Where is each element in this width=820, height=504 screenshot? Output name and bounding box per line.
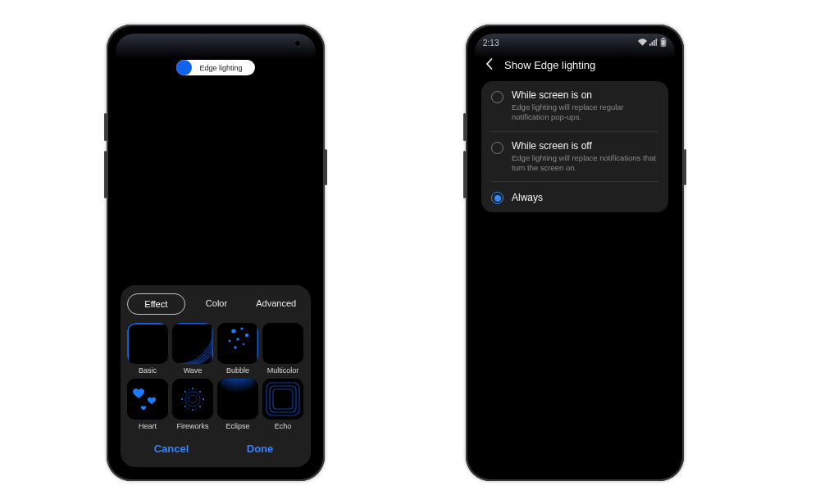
option-desc: Edge lighting will replace notifications… xyxy=(512,153,658,174)
svg-point-4 xyxy=(229,340,231,343)
option-while-screen-on[interactable]: While screen is on Edge lighting will re… xyxy=(481,81,668,131)
svg-point-5 xyxy=(243,343,244,345)
svg-point-12 xyxy=(181,398,183,400)
edge-lighting-effect-screen: Edge lighting Effect Color Advanced Basi… xyxy=(116,34,316,472)
effect-label: Eclipse xyxy=(226,422,249,430)
svg-point-0 xyxy=(231,329,235,333)
wifi-icon xyxy=(638,39,647,48)
tab-advanced[interactable]: Advanced xyxy=(248,293,304,315)
option-desc: Edge lighting will replace regular notif… xyxy=(512,102,658,123)
cancel-button[interactable]: Cancel xyxy=(127,438,216,459)
tab-color[interactable]: Color xyxy=(189,293,245,315)
svg-rect-23 xyxy=(663,38,665,39)
status-time: 2:13 xyxy=(483,39,499,48)
svg-point-1 xyxy=(240,327,243,329)
svg-point-3 xyxy=(236,338,239,341)
tabs: Effect Color Advanced xyxy=(127,293,304,315)
signal-icon xyxy=(649,39,658,48)
svg-rect-24 xyxy=(662,39,665,45)
battery-icon xyxy=(660,38,667,48)
effect-label: Basic xyxy=(139,366,157,375)
effect-eclipse[interactable]: Eclipse xyxy=(217,379,258,430)
svg-point-2 xyxy=(245,334,248,337)
toggle-dot-icon xyxy=(176,60,192,75)
status-bar: 2:13 xyxy=(475,34,675,52)
effect-heart[interactable]: Heart xyxy=(127,379,168,430)
svg-point-6 xyxy=(234,346,237,349)
action-bar: Cancel Done xyxy=(127,438,304,459)
effect-label: Multicolor xyxy=(267,366,299,375)
option-while-screen-off[interactable]: While screen is off Edge lighting will r… xyxy=(481,132,668,182)
options-card: While screen is on Edge lighting will re… xyxy=(481,81,668,212)
effect-bubble[interactable]: Bubble xyxy=(217,323,258,375)
option-title: Always xyxy=(512,192,543,203)
option-always[interactable]: Always xyxy=(481,182,668,212)
pill-label: Edge lighting xyxy=(192,64,255,72)
effect-echo[interactable]: Echo xyxy=(262,379,303,430)
edge-lighting-pill[interactable]: Edge lighting xyxy=(176,60,255,75)
front-camera-icon xyxy=(294,40,301,47)
radio-icon xyxy=(491,142,503,154)
tab-effect[interactable]: Effect xyxy=(127,293,185,315)
radio-icon xyxy=(491,192,503,204)
page-title: Show Edge lighting xyxy=(504,59,595,71)
back-button[interactable] xyxy=(483,57,496,73)
svg-point-17 xyxy=(199,406,201,407)
option-title: While screen is off xyxy=(512,140,658,152)
svg-point-14 xyxy=(184,391,186,393)
svg-point-15 xyxy=(199,391,201,393)
done-button[interactable]: Done xyxy=(216,438,304,459)
svg-point-11 xyxy=(192,409,194,411)
effect-label: Heart xyxy=(139,422,157,430)
effect-label: Echo xyxy=(275,422,292,430)
page-header: Show Edge lighting xyxy=(475,52,675,78)
effect-multicolor[interactable]: Multicolor xyxy=(262,323,303,375)
svg-point-13 xyxy=(203,398,204,400)
svg-point-16 xyxy=(184,406,186,407)
effect-grid: Basic Wave Bubble Multicolor Heart xyxy=(127,323,304,430)
effect-wave[interactable]: Wave xyxy=(172,323,213,375)
svg-point-10 xyxy=(192,388,194,389)
show-edge-lighting-screen: 2:13 Show Edge lighting While screen is … xyxy=(475,34,675,472)
effect-label: Fireworks xyxy=(176,422,208,430)
effect-label: Bubble xyxy=(226,366,249,375)
option-title: While screen is on xyxy=(512,89,658,101)
effect-basic[interactable]: Basic xyxy=(127,323,168,375)
effect-fireworks[interactable]: Fireworks xyxy=(172,379,213,430)
effect-picker-sheet: Effect Color Advanced Basic Wave Bubble xyxy=(121,285,311,467)
radio-icon xyxy=(491,91,503,103)
effect-label: Wave xyxy=(184,366,203,375)
